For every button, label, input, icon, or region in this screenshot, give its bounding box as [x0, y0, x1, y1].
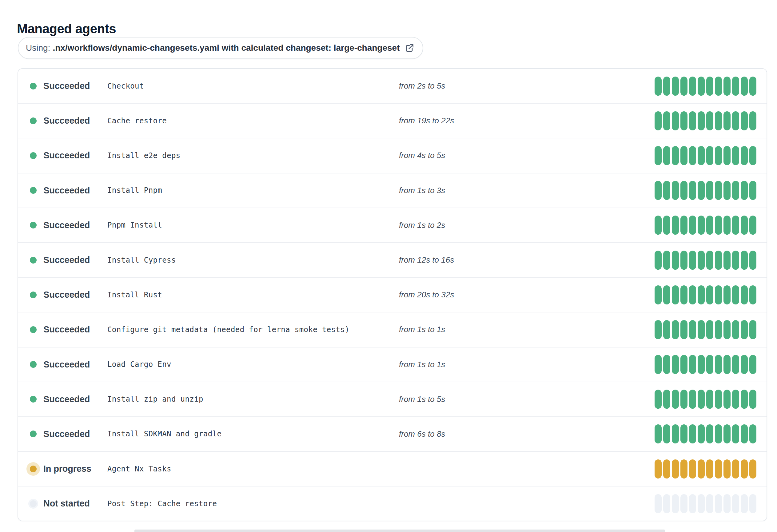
- step-duration: from 6s to 8s: [399, 429, 655, 439]
- progress-segment: [672, 77, 679, 96]
- step-duration: from 1s to 5s: [399, 395, 655, 404]
- progress-segment: [732, 111, 739, 130]
- progress-segment: [663, 494, 670, 513]
- progress-segment: [732, 146, 739, 165]
- progress-segment: [689, 494, 696, 513]
- status-dot-wrap: [30, 466, 36, 472]
- step-name: Load Cargo Env: [107, 360, 399, 369]
- status-label: Succeeded: [43, 81, 107, 91]
- external-link-icon[interactable]: [405, 43, 415, 53]
- progress-segment: [741, 146, 748, 165]
- progress-segment: [741, 251, 748, 270]
- status-dot: [30, 291, 36, 298]
- progress-segment: [724, 320, 731, 339]
- progress-segment: [689, 181, 696, 200]
- progress-segment: [672, 111, 679, 130]
- step-name: Configure git metadata (needed for lerna…: [107, 325, 399, 334]
- progress-segment: [724, 146, 731, 165]
- step-duration: from 20s to 32s: [399, 290, 655, 299]
- progress-segment: [663, 355, 670, 374]
- progress-segment: [715, 285, 722, 304]
- progress-bar: [655, 111, 756, 130]
- progress-segment: [741, 494, 748, 513]
- progress-bar: [655, 459, 756, 479]
- progress-segment: [724, 355, 731, 374]
- progress-segment: [655, 77, 662, 96]
- progress-segment: [732, 285, 739, 304]
- progress-segment: [715, 494, 722, 513]
- step-duration: from 1s to 2s: [399, 221, 655, 230]
- agent-row: Succeeded Cache restore from 19s to 22s: [18, 104, 767, 138]
- progress-segment: [663, 77, 670, 96]
- progress-segment: [689, 251, 696, 270]
- progress-segment: [732, 459, 739, 479]
- progress-segment: [680, 251, 687, 270]
- status-label: Succeeded: [43, 360, 107, 370]
- progress-segment: [732, 181, 739, 200]
- progress-segment: [715, 320, 722, 339]
- progress-segment: [749, 77, 756, 96]
- progress-segment: [732, 424, 739, 443]
- status-dot-wrap: [30, 396, 36, 403]
- step-duration: from 4s to 5s: [399, 151, 655, 160]
- step-name: Agent Nx Tasks: [107, 464, 399, 473]
- progress-segment: [724, 285, 731, 304]
- step-name: Install Rust: [107, 291, 399, 299]
- progress-segment: [741, 285, 748, 304]
- progress-segment: [724, 181, 731, 200]
- progress-segment: [706, 146, 713, 165]
- progress-segment: [732, 216, 739, 235]
- status-dot-wrap: [30, 500, 36, 507]
- status-dot-wrap: [30, 152, 36, 159]
- status-dot: [30, 500, 36, 507]
- step-name: Install Cypress: [107, 256, 399, 264]
- status-dot-wrap: [30, 83, 36, 90]
- progress-segment: [663, 111, 670, 130]
- status-dot: [30, 396, 36, 403]
- progress-segment: [698, 424, 705, 443]
- progress-segment: [655, 216, 662, 235]
- agent-row: Succeeded Install Rust from 20s to 32s: [18, 278, 767, 312]
- progress-segment: [698, 355, 705, 374]
- status-dot: [30, 466, 36, 472]
- progress-segment: [663, 424, 670, 443]
- agent-row: Succeeded Load Cargo Env from 1s to 1s: [18, 348, 767, 382]
- step-duration: from 19s to 22s: [399, 116, 655, 125]
- status-dot: [30, 361, 36, 368]
- step-name: Install Pnpm: [107, 186, 399, 195]
- progress-bar: [655, 181, 756, 200]
- progress-segment: [680, 494, 687, 513]
- progress-segment: [724, 494, 731, 513]
- progress-segment: [698, 459, 705, 479]
- status-dot: [30, 83, 36, 90]
- progress-segment: [749, 285, 756, 304]
- status-dot-wrap: [30, 257, 36, 264]
- workflow-banner[interactable]: Using: .nx/workflows/dynamic-changesets.…: [18, 37, 423, 59]
- status-label: Succeeded: [43, 290, 107, 300]
- progress-segment: [655, 146, 662, 165]
- progress-segment: [698, 77, 705, 96]
- progress-segment: [706, 355, 713, 374]
- progress-segment: [672, 355, 679, 374]
- progress-segment: [732, 77, 739, 96]
- progress-segment: [749, 251, 756, 270]
- progress-bar: [655, 77, 756, 96]
- progress-segment: [724, 251, 731, 270]
- progress-segment: [698, 111, 705, 130]
- workflow-banner-path: .nx/workflows/dynamic-changesets.yaml wi…: [52, 43, 400, 53]
- agent-row: Succeeded Pnpm Install from 1s to 2s: [18, 208, 767, 243]
- progress-segment: [749, 181, 756, 200]
- progress-segment: [689, 320, 696, 339]
- progress-segment: [715, 390, 722, 409]
- progress-segment: [689, 216, 696, 235]
- progress-segment: [706, 285, 713, 304]
- progress-bar: [655, 355, 756, 374]
- progress-segment: [655, 111, 662, 130]
- progress-segment: [698, 181, 705, 200]
- progress-segment: [698, 320, 705, 339]
- status-label: Succeeded: [43, 220, 107, 230]
- progress-bar: [655, 251, 756, 270]
- progress-segment: [741, 355, 748, 374]
- progress-segment: [655, 251, 662, 270]
- progress-segment: [655, 459, 662, 479]
